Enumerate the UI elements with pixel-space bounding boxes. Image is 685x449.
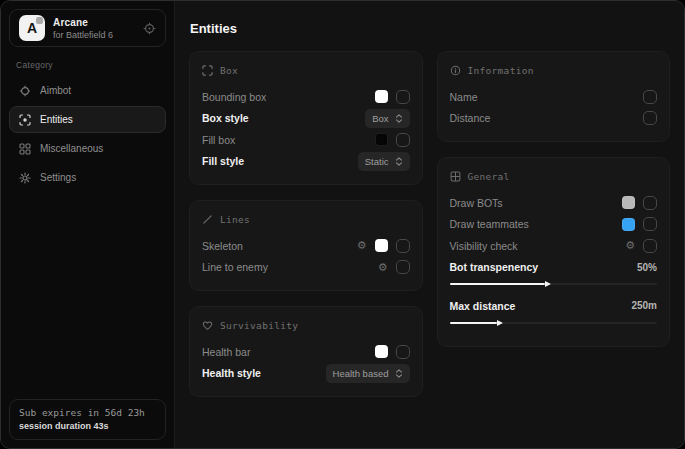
bot-transparency-slider[interactable] xyxy=(450,281,658,287)
skeleton-settings-gear-icon[interactable]: ⚙ xyxy=(357,240,367,251)
app-window: A Arcane for Battlefield 6 Category Aimb… xyxy=(0,0,685,449)
crosshair-icon xyxy=(19,85,31,97)
sidebar-item-label: Entities xyxy=(40,114,73,125)
visibility-check-row: Visibility check ⚙ xyxy=(450,235,658,257)
sidebar-item-label: Aimbot xyxy=(40,85,71,96)
bounding-box-checkbox[interactable] xyxy=(396,90,410,104)
visibility-check-settings-gear-icon[interactable]: ⚙ xyxy=(625,240,635,251)
health-bar-checkbox[interactable] xyxy=(396,345,410,359)
draw-teammates-row: Draw teammates xyxy=(450,214,658,236)
line-to-enemy-checkbox[interactable] xyxy=(396,260,410,274)
max-distance-value: 250m xyxy=(631,300,657,311)
logo-notch xyxy=(36,17,43,24)
bot-transparency-group: Bot transpenency 50% xyxy=(450,257,658,288)
chevrons-up-down-icon xyxy=(395,369,403,378)
app-logo: A xyxy=(19,15,45,41)
skeleton-checkbox[interactable] xyxy=(396,239,410,253)
brand-name: Arcane xyxy=(53,17,113,28)
brand-card: A Arcane for Battlefield 6 xyxy=(9,9,166,47)
sidebar-item-settings[interactable]: Settings xyxy=(9,164,166,191)
draw-teammates-color-swatch[interactable] xyxy=(622,218,635,231)
chevrons-up-down-icon xyxy=(395,157,403,166)
sidebar-item-miscellaneous[interactable]: Miscellaneous xyxy=(9,135,166,162)
fill-box-row: Fill box xyxy=(202,129,410,151)
card-title: Survivability xyxy=(220,320,298,331)
skeleton-color-swatch[interactable] xyxy=(375,239,388,252)
box-corners-icon xyxy=(202,65,213,76)
sidebar-item-aimbot[interactable]: Aimbot xyxy=(9,77,166,104)
health-style-row: Health style Health based xyxy=(202,363,410,385)
slider-thumb[interactable] xyxy=(497,320,503,326)
health-style-dropdown[interactable]: Health based xyxy=(326,364,410,383)
name-checkbox[interactable] xyxy=(643,90,657,104)
fill-box-checkbox[interactable] xyxy=(396,133,410,147)
box-card: Box Bounding box Box style Box xyxy=(189,51,423,185)
scan-eye-icon xyxy=(19,114,31,126)
grid-icon xyxy=(19,143,31,155)
skeleton-row: Skeleton ⚙ xyxy=(202,235,410,257)
session-duration-text: session duration 43s xyxy=(19,421,156,431)
sub-expires-text: Sub expires in 56d 23h xyxy=(19,407,156,418)
bounding-box-color-swatch[interactable] xyxy=(375,90,388,103)
survivability-card: Survivability Health bar Health style He… xyxy=(189,306,423,397)
draw-teammates-checkbox[interactable] xyxy=(643,217,657,231)
heart-icon xyxy=(202,320,213,331)
sidebar-item-entities[interactable]: Entities xyxy=(9,106,166,133)
sidebar-item-label: Settings xyxy=(40,172,76,183)
target-icon[interactable] xyxy=(143,22,156,35)
layout-grid-icon xyxy=(450,171,461,182)
box-style-dropdown[interactable]: Box xyxy=(365,109,409,128)
sidebar-item-label: Miscellaneous xyxy=(40,143,103,154)
box-style-row: Box style Box xyxy=(202,108,410,130)
card-title: General xyxy=(468,171,510,182)
line-to-enemy-row: Line to enemy ⚙ xyxy=(202,257,410,279)
line-to-enemy-settings-gear-icon[interactable]: ⚙ xyxy=(378,262,388,273)
fill-style-dropdown[interactable]: Static xyxy=(358,152,410,171)
fill-box-color-swatch[interactable] xyxy=(375,133,388,146)
health-bar-row: Health bar xyxy=(202,341,410,363)
draw-bots-color-swatch[interactable] xyxy=(622,196,635,209)
distance-row: Distance xyxy=(450,108,658,130)
gear-icon xyxy=(19,172,31,184)
max-distance-slider[interactable] xyxy=(450,320,658,326)
diagonal-line-icon xyxy=(202,214,213,225)
general-card: General Draw BOTs Draw teammates xyxy=(437,157,671,347)
information-card: Information Name Distance xyxy=(437,51,671,142)
subscription-info-card: Sub expires in 56d 23h session duration … xyxy=(9,399,166,440)
main-panel: Entities Box Bounding box xyxy=(175,1,684,448)
bot-transparency-value: 50% xyxy=(637,262,657,273)
brand-subtitle: for Battlefield 6 xyxy=(53,30,113,40)
fill-style-row: Fill style Static xyxy=(202,151,410,173)
name-row: Name xyxy=(450,86,658,108)
max-distance-group: Max distance 250m xyxy=(450,295,658,326)
bounding-box-row: Bounding box xyxy=(202,86,410,108)
draw-bots-row: Draw BOTs xyxy=(450,192,658,214)
card-title: Information xyxy=(468,65,534,76)
distance-checkbox[interactable] xyxy=(643,111,657,125)
health-bar-color-swatch[interactable] xyxy=(375,345,388,358)
card-title: Box xyxy=(220,65,238,76)
chevrons-up-down-icon xyxy=(395,114,403,123)
info-icon xyxy=(450,65,461,76)
card-title: Lines xyxy=(220,214,250,225)
slider-thumb[interactable] xyxy=(545,281,551,287)
lines-card: Lines Skeleton ⚙ Line to enemy ⚙ xyxy=(189,200,423,291)
sidebar: A Arcane for Battlefield 6 Category Aimb… xyxy=(1,1,175,448)
page-title: Entities xyxy=(190,21,670,36)
visibility-check-checkbox[interactable] xyxy=(643,239,657,253)
draw-bots-checkbox[interactable] xyxy=(643,196,657,210)
category-label: Category xyxy=(16,60,159,70)
sidebar-nav: Aimbot Entities Miscellaneous Settings xyxy=(9,77,166,193)
